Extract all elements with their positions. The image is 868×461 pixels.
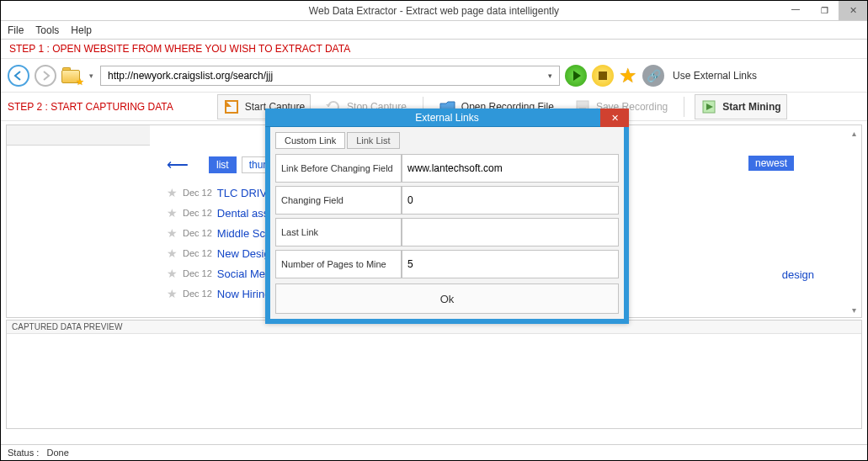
- fav-star-icon[interactable]: ★: [167, 186, 178, 199]
- label-link-before: Link Before Changing Field: [275, 154, 402, 183]
- stop-button[interactable]: [592, 65, 614, 87]
- fav-star-icon[interactable]: ★: [167, 246, 178, 260]
- favorites-dropdown-icon[interactable]: ▾: [87, 72, 95, 80]
- start-mining-button[interactable]: Start Mining: [695, 94, 786, 119]
- mining-icon: [700, 98, 717, 115]
- label-changing-field: Changing Field: [275, 186, 402, 215]
- svg-marker-1: [226, 102, 232, 107]
- side-link-design[interactable]: design: [782, 268, 814, 281]
- minimize-button[interactable]: [781, 1, 810, 20]
- browser-tabstrip: [7, 125, 150, 146]
- label-last-link: Last Link: [275, 218, 402, 246]
- step1-label: STEP 1 : OPEN WEBSITE FROM WHERE YOU WIS…: [1, 40, 867, 59]
- scroll-down-icon[interactable]: ▾: [848, 304, 860, 315]
- input-last-link[interactable]: [402, 218, 619, 246]
- url-box: ▾: [100, 66, 560, 86]
- page-back-arrow-icon[interactable]: ⟵: [167, 156, 189, 174]
- go-button[interactable]: [565, 65, 587, 87]
- input-changing-field[interactable]: [402, 186, 619, 215]
- status-bar: Status : Done: [1, 444, 867, 460]
- scroll-up-icon[interactable]: ▴: [848, 127, 860, 139]
- back-button[interactable]: [8, 65, 29, 87]
- menu-file[interactable]: File: [8, 24, 24, 36]
- maximize-button[interactable]: [810, 1, 839, 20]
- window-title: Web Data Extractor - Extract web page da…: [309, 5, 559, 17]
- dialog-close-button[interactable]: ✕: [600, 109, 629, 127]
- fav-star-icon[interactable]: ★: [167, 206, 178, 220]
- url-input[interactable]: [106, 69, 527, 82]
- menu-tools[interactable]: Tools: [35, 24, 59, 36]
- svg-marker-2: [326, 104, 331, 107]
- input-pages-to-mine[interactable]: [402, 250, 619, 278]
- external-links-dialog: External Links ✕ Custom Link Link List L…: [265, 109, 629, 324]
- dialog-title: External Links: [415, 112, 478, 124]
- favorites-folder-icon[interactable]: ★: [61, 66, 82, 85]
- captured-preview-panel: CAPTURED DATA PREVIEW: [6, 320, 862, 429]
- external-links-label[interactable]: Use External Links: [673, 70, 757, 82]
- step2-label: STEP 2 : START CAPTURING DATA: [8, 101, 173, 113]
- sort-newest[interactable]: newest: [748, 156, 794, 171]
- close-button[interactable]: [839, 1, 867, 20]
- external-links-icon[interactable]: 🔗: [642, 65, 664, 87]
- menu-help[interactable]: Help: [71, 24, 92, 36]
- forward-button[interactable]: [35, 65, 56, 87]
- tab-link-list[interactable]: Link List: [347, 132, 399, 149]
- nav-row: ★ ▾ ▾ ★ 🔗 Use External Links: [1, 59, 867, 93]
- tab-custom-link[interactable]: Custom Link: [275, 132, 345, 149]
- fav-star-icon[interactable]: ★: [167, 267, 178, 280]
- favorite-star-icon[interactable]: ★: [619, 64, 637, 87]
- capture-icon: [223, 98, 240, 115]
- view-tab-list[interactable]: list: [209, 156, 237, 173]
- url-dropdown-icon[interactable]: ▾: [546, 72, 554, 80]
- fav-star-icon[interactable]: ★: [167, 287, 178, 300]
- dialog-title-bar[interactable]: External Links ✕: [265, 109, 629, 127]
- menubar: File Tools Help: [1, 21, 867, 40]
- status-value: Done: [46, 448, 68, 458]
- titlebar: Web Data Extractor - Extract web page da…: [1, 1, 867, 21]
- fav-star-icon[interactable]: ★: [167, 226, 178, 240]
- status-label: Status :: [8, 448, 39, 458]
- input-link-before[interactable]: [402, 154, 619, 183]
- ok-button[interactable]: Ok: [435, 292, 460, 306]
- label-pages-to-mine: Number of Pages to Mine: [275, 250, 402, 278]
